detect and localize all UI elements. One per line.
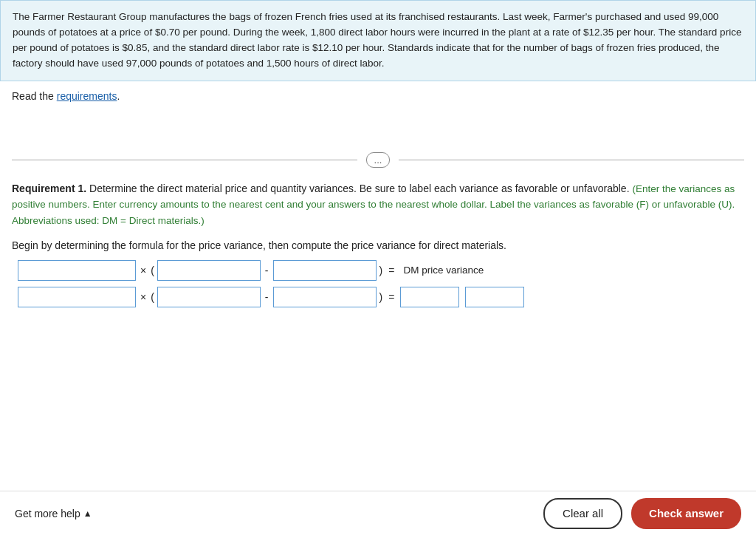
requirements-link[interactable]: requirements — [57, 90, 117, 102]
get-more-help-label: Get more help — [15, 508, 80, 519]
formula-row2-input2[interactable] — [157, 287, 261, 307]
clear-all-button[interactable]: Clear all — [543, 498, 622, 529]
check-answer-button[interactable]: Check answer — [631, 498, 741, 529]
formula-row2-equals: = — [385, 291, 397, 303]
top-banner: The Farmer Restaurant Group manufactures… — [0, 0, 756, 81]
read-requirements-suffix: . — [117, 90, 120, 102]
formula-row1-input1[interactable] — [18, 260, 136, 281]
divider-dots[interactable]: ... — [366, 152, 391, 168]
divider-left-line — [12, 160, 357, 160]
bottom-bar: Get more help ▲ Clear all Check answer — [0, 491, 756, 535]
formula-row2-dash: - — [264, 291, 270, 303]
read-requirements-section: Read the requirements. — [0, 81, 756, 108]
read-requirements-prefix: Read the — [12, 90, 57, 102]
requirement-section: Requirement 1. Determine the direct mate… — [0, 168, 756, 307]
formula-row1-paren-open: ( — [151, 265, 154, 276]
formula-row1-input2[interactable] — [157, 260, 261, 281]
formula-row2-paren-open: ( — [151, 291, 154, 303]
get-more-help[interactable]: Get more help ▲ — [15, 508, 92, 519]
formula-row-1: × ( - ) = DM price variance — [18, 260, 738, 281]
formula-row-2: × ( - ) = — [18, 287, 738, 307]
formula-row2-input3[interactable] — [273, 287, 377, 307]
formula-row2-operator: × — [139, 291, 148, 303]
formula-row1-result-label: DM price variance — [403, 265, 484, 276]
begin-text: Begin by determining the formula for the… — [12, 239, 744, 251]
formula-row1-equals: = — [385, 265, 397, 276]
formula-rows: × ( - ) = DM price variance × ( - ) = — [12, 260, 744, 307]
formula-row2-input1[interactable] — [18, 287, 136, 307]
formula-row2-result2[interactable] — [465, 287, 524, 307]
formula-row1-input3[interactable] — [273, 260, 377, 281]
requirement-label: Requirement 1. — [12, 183, 86, 194]
formula-row1-paren-close: ) — [379, 265, 383, 276]
formula-row1-dash: - — [264, 265, 270, 276]
divider-right-line — [399, 160, 744, 160]
banner-text: The Farmer Restaurant Group manufactures… — [13, 11, 741, 69]
bottom-right-buttons: Clear all Check answer — [543, 498, 741, 529]
requirement-main-text: Determine the direct material price and … — [86, 183, 632, 194]
get-more-help-arrow-icon: ▲ — [83, 508, 92, 519]
main-content: The Farmer Restaurant Group manufactures… — [0, 0, 756, 491]
formula-row1-operator: × — [139, 265, 148, 276]
formula-row2-paren-close: ) — [379, 291, 383, 303]
formula-row2-result1[interactable] — [400, 287, 459, 307]
divider-section: ... — [0, 152, 756, 168]
requirement-title: Requirement 1. Determine the direct mate… — [12, 181, 744, 229]
